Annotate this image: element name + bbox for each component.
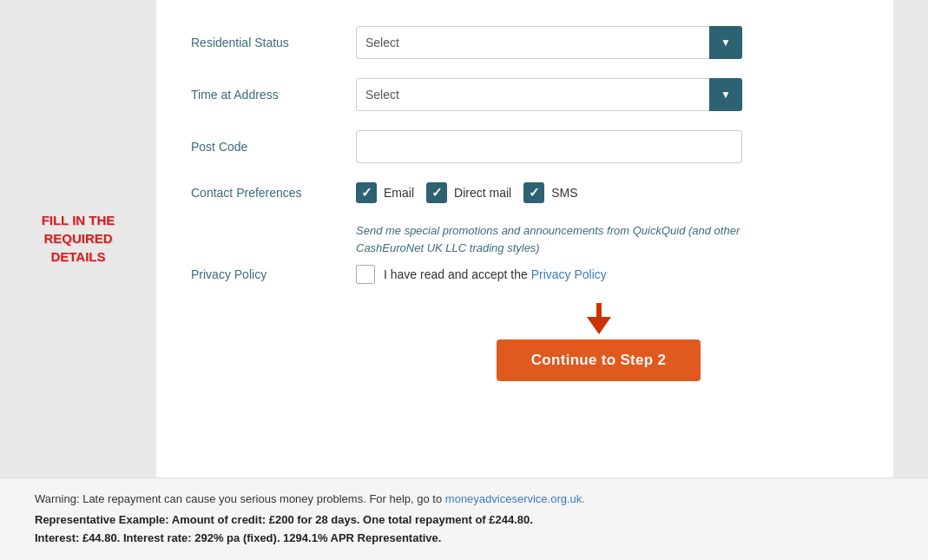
sms-label: SMS: [551, 186, 577, 200]
email-checkbox[interactable]: [356, 182, 377, 203]
privacy-policy-text: I have read and accept the Privacy Polic…: [384, 267, 607, 281]
time-at-address-control: Select Less than 1 year 1-3 years 3-5 ye…: [356, 78, 841, 111]
privacy-policy-row: Privacy Policy I have read and accept th…: [191, 265, 841, 284]
sms-checkbox[interactable]: [523, 182, 544, 203]
sidebar-hint: FILL IN THE REQUIRED DETAILS: [0, 0, 156, 478]
residential-status-select-wrapper: Select Owner Tenant Living with parents: [356, 26, 742, 59]
residential-status-control: Select Owner Tenant Living with parents: [356, 26, 841, 59]
direct-mail-label: Direct mail: [454, 186, 511, 200]
time-at-address-select-wrapper: Select Less than 1 year 1-3 years 3-5 ye…: [356, 78, 742, 111]
time-at-address-select[interactable]: Select Less than 1 year 1-3 years 3-5 ye…: [356, 78, 742, 111]
post-code-input[interactable]: [356, 130, 742, 163]
arrow-container: [356, 303, 841, 334]
warning-text: Warning: Late repayment can cause you se…: [35, 492, 445, 505]
residential-status-row: Residential Status Select Owner Tenant L…: [191, 26, 841, 59]
continue-btn-wrapper: Continue to Step 2: [356, 339, 841, 381]
warning-line: Warning: Late repayment can cause you se…: [35, 491, 893, 509]
down-arrow-head: [587, 317, 611, 334]
time-at-address-label: Time at Address: [191, 88, 356, 102]
page-wrapper: FILL IN THE REQUIRED DETAILS Residential…: [0, 0, 928, 560]
promo-text: Send me special promotions and announcem…: [356, 222, 742, 256]
time-at-address-row: Time at Address Select Less than 1 year …: [191, 78, 841, 111]
representative-example: Representative Example: Amount of credit…: [35, 511, 893, 530]
privacy-policy-label: Privacy Policy: [191, 267, 356, 281]
form-card: Residential Status Select Owner Tenant L…: [156, 0, 893, 478]
post-code-control: [356, 130, 841, 163]
email-checkbox-group: Email: [356, 182, 414, 203]
sms-checkbox-group: SMS: [523, 182, 577, 203]
fill-in-hint: FILL IN THE REQUIRED DETAILS: [17, 211, 139, 266]
residential-status-label: Residential Status: [191, 36, 356, 49]
contact-prefs-options: Email Direct mail SMS: [356, 182, 841, 203]
main-area: FILL IN THE REQUIRED DETAILS Residential…: [0, 0, 928, 478]
privacy-policy-link[interactable]: Privacy Policy: [531, 267, 607, 281]
direct-mail-checkbox-group: Direct mail: [426, 182, 511, 203]
post-code-label: Post Code: [191, 140, 356, 154]
contact-preferences-label: Contact Preferences: [191, 186, 356, 200]
continue-button[interactable]: Continue to Step 2: [497, 339, 701, 381]
residential-status-select[interactable]: Select Owner Tenant Living with parents: [356, 26, 742, 59]
post-code-row: Post Code: [191, 130, 841, 163]
email-label: Email: [384, 186, 414, 200]
contact-preferences-row: Contact Preferences Email Direct mail: [191, 182, 841, 203]
direct-mail-checkbox[interactable]: [426, 182, 447, 203]
contact-preferences-control: Email Direct mail SMS: [356, 182, 841, 203]
continue-section: Continue to Step 2: [356, 303, 841, 381]
money-advice-link[interactable]: moneyadviceservice.org.uk.: [445, 492, 585, 505]
arrow-stem: [596, 303, 602, 317]
footer-bar: Warning: Late repayment can cause you se…: [0, 478, 928, 560]
interest-line: Interest: £44.80. Interest rate: 292% pa…: [35, 530, 893, 548]
privacy-policy-control: I have read and accept the Privacy Polic…: [356, 265, 841, 284]
privacy-policy-checkbox[interactable]: [356, 265, 375, 284]
arrow-graphic: [587, 303, 611, 334]
